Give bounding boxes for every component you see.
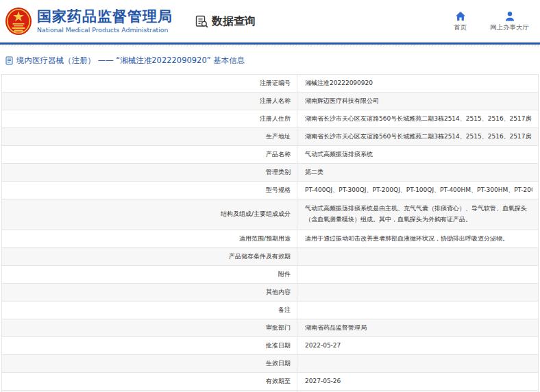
table-row: 适用范围/预期用途适用于通过振动叩击改善患者肺部血液循环状况，协助排出呼吸道分泌… xyxy=(2,230,539,247)
field-label-text: 管理类别 xyxy=(266,168,291,177)
table-row: 有效期至2027-05-26 xyxy=(2,372,539,390)
table-row: 生产地址湖南省长沙市天心区友谊路560号长城雅苑二期3栋2514、2515、25… xyxy=(2,128,539,146)
field-label-text: 产品名称 xyxy=(266,150,291,159)
field-value-cell xyxy=(297,354,539,372)
table-row: 附件 xyxy=(2,265,539,283)
field-label-text: 注册证编号 xyxy=(260,79,291,88)
field-label-text: 注册人名称 xyxy=(260,97,291,106)
field-label-text: 审批部门 xyxy=(266,323,291,332)
field-label: 生效日期 xyxy=(2,354,297,372)
table-row: 注册人住所湖南省长沙市天心区友谊路560号长城雅苑二期3栋2514、2515、2… xyxy=(2,110,539,128)
home-icon xyxy=(455,11,466,21)
field-label-text: 注册人住所 xyxy=(260,114,291,123)
field-value-cell: 湖南省长沙市天心区友谊路560号长城雅苑二期3栋2514、2515、2516、2… xyxy=(297,110,539,128)
doc-search-icon xyxy=(195,14,208,28)
field-value-cell xyxy=(297,247,539,265)
field-value-cell: 气动式高频振荡排痰系统是由主机、充气气囊（排痰背心）、导气软管、血氧探头（含血氧… xyxy=(297,199,539,230)
field-value-cell: 气动式高频振荡排痰系统 xyxy=(297,146,539,164)
table-row: 批准日期2022-05-27 xyxy=(2,336,539,354)
field-value-cell xyxy=(297,283,539,301)
field-value-cell: 适用于通过振动叩击改善患者肺部血液循环状况，协助排出呼吸道分泌物。 xyxy=(297,230,539,247)
field-label-text: 型号规格 xyxy=(266,186,291,195)
field-value: 适用于通过振动叩击改善患者肺部血液循环状况，协助排出呼吸道分泌物。 xyxy=(305,234,532,243)
field-label-text: 生效日期 xyxy=(266,359,291,368)
field-label: 适用范围/预期用途 xyxy=(2,230,297,247)
field-label: 注册证编号 xyxy=(2,75,297,93)
nav-home[interactable]: 首页 xyxy=(454,11,467,32)
registration-info-table: 注册证编号湘械注准20222090920注册人名称湖南辉迈医疗科技有限公司注册人… xyxy=(1,74,539,392)
field-label: 管理类别 xyxy=(2,164,297,182)
field-label: 附件 xyxy=(2,265,297,283)
field-label: 生产地址 xyxy=(2,128,297,146)
field-label: 有效期至 xyxy=(2,372,297,390)
field-label-text: 产品储存条件及有效期 xyxy=(229,252,291,261)
field-value: 第二类 xyxy=(305,168,532,177)
field-value: 湖南省长沙市天心区友谊路560号长城雅苑二期3栋2514、2515、2516、2… xyxy=(305,132,532,141)
page-title: 境内医疗器械（注册） —— “湘械注准20222090920” 基本信息 xyxy=(16,56,245,66)
table-row: 生效日期 xyxy=(2,354,539,372)
table-row: 产品名称气动式高频振荡排痰系统 xyxy=(2,146,539,164)
org-title-en: National Medical Products Administration xyxy=(37,27,173,34)
table-row: 审批部门湖南省药品监督管理局 xyxy=(2,319,539,336)
field-label: 产品名称 xyxy=(2,146,297,164)
field-value-cell: 湖南辉迈医疗科技有限公司 xyxy=(297,93,539,110)
user-icon xyxy=(504,11,515,21)
org-title-cn: 国家药品监督管理局 xyxy=(37,9,173,25)
field-value-cell: 湖南省长沙市天心区友谊路560号长城雅苑二期3栋2514、2515、2516、2… xyxy=(297,128,539,146)
page-header: 国家药品监督管理局 National Medical Products Admi… xyxy=(0,0,540,42)
field-value-cell: PT-400QJ、PT-300QJ、PT-200QJ、PT-100QJ、PT-4… xyxy=(297,182,539,199)
field-label: 备注 xyxy=(2,301,297,319)
table-row: 注册人名称湖南辉迈医疗科技有限公司 xyxy=(2,93,539,110)
field-label-text: 适用范围/预期用途 xyxy=(239,234,291,243)
field-value: 2027-05-26 xyxy=(305,378,532,384)
field-label-text: 有效期至 xyxy=(266,377,291,386)
field-value-cell: 第二类 xyxy=(297,164,539,182)
field-label-text: 批准日期 xyxy=(266,341,291,350)
data-query-menu[interactable]: 数据查询 xyxy=(195,14,256,29)
field-label-text: 其他内容 xyxy=(266,288,291,297)
field-value: 湖南辉迈医疗科技有限公司 xyxy=(305,97,532,106)
table-row: 型号规格PT-400QJ、PT-300QJ、PT-200QJ、PT-100QJ、… xyxy=(2,182,539,199)
table-row: 备注 xyxy=(2,301,539,319)
field-value-cell: 湘械注准20222090920 xyxy=(297,75,539,93)
table-row: 结构及组成/主要组成成分气动式高频振荡排痰系统是由主机、充气气囊（排痰背心）、导… xyxy=(2,199,539,230)
field-value: 气动式高频振荡排痰系统是由主机、充气气囊（排痰背心）、导气软管、血氧探头（含血氧… xyxy=(305,204,532,225)
field-label: 产品储存条件及有效期 xyxy=(2,247,297,265)
table-row: 注册证编号湘械注准20222090920 xyxy=(2,75,539,93)
field-value: 2022-05-27 xyxy=(305,342,532,349)
field-label: 其他内容 xyxy=(2,283,297,301)
field-label-text: 附件 xyxy=(278,270,291,279)
field-value: PT-400QJ、PT-300QJ、PT-200QJ、PT-100QJ、PT-4… xyxy=(305,186,532,195)
field-label: 注册人名称 xyxy=(2,93,297,110)
field-label: 注册人住所 xyxy=(2,110,297,128)
field-label: 结构及组成/主要组成成分 xyxy=(2,199,297,230)
field-label-text: 备注 xyxy=(278,306,291,315)
field-value-cell: 2022-05-27 xyxy=(297,336,539,354)
data-query-label: 数据查询 xyxy=(212,14,256,29)
nav-online-hall-label: 网上办事大厅 xyxy=(490,23,529,32)
national-emblem-icon xyxy=(5,7,32,36)
field-value-cell: 2027-05-26 xyxy=(297,372,539,390)
field-label: 审批部门 xyxy=(2,319,297,336)
field-label: 批准日期 xyxy=(2,336,297,354)
breadcrumb: 境内医疗器械（注册） —— “湘械注准20222090920” 基本信息 xyxy=(0,47,540,74)
nav-home-label: 首页 xyxy=(454,23,467,32)
field-label-text: 生产地址 xyxy=(266,132,291,141)
field-value-cell: 湖南省药品监督管理局 xyxy=(297,319,539,336)
field-value-cell xyxy=(297,265,539,283)
info-table-body: 注册证编号湘械注准20222090920注册人名称湖南辉迈医疗科技有限公司注册人… xyxy=(2,75,539,392)
table-row: 其他内容 xyxy=(2,283,539,301)
document-icon xyxy=(5,56,13,65)
site-logo[interactable]: 国家药品监督管理局 National Medical Products Admi… xyxy=(5,7,173,36)
field-label: 型号规格 xyxy=(2,182,297,199)
table-row: 产品储存条件及有效期 xyxy=(2,247,539,265)
field-value-cell xyxy=(297,301,539,319)
table-row: 管理类别第二类 xyxy=(2,164,539,182)
nav-online-hall[interactable]: 网上办事大厅 xyxy=(490,11,529,32)
field-label-text: 结构及组成/主要组成成分 xyxy=(221,210,291,219)
field-value: 湘械注准20222090920 xyxy=(305,79,532,88)
field-value: 气动式高频振荡排痰系统 xyxy=(305,150,532,159)
field-value: 湖南省药品监督管理局 xyxy=(305,323,532,332)
field-value: 湖南省长沙市天心区友谊路560号长城雅苑二期3栋2514、2515、2516、2… xyxy=(305,114,532,123)
